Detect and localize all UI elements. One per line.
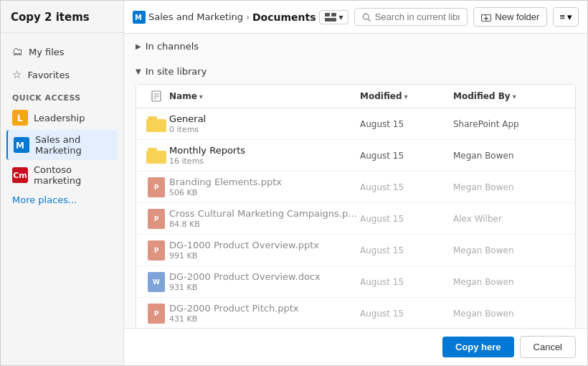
svg-rect-4 bbox=[325, 13, 330, 17]
pptx-icon: P bbox=[148, 209, 165, 229]
file-list: Name ▾ Modified ▾ Modified By ▾ General0… bbox=[136, 84, 576, 328]
table-row[interactable]: PDG-2000 Product Pitch.pptx431 KBAugust … bbox=[136, 298, 575, 328]
file-list-header: Name ▾ Modified ▾ Modified By ▾ bbox=[136, 85, 575, 108]
right-panel: M Sales and Marketing › Documents ▾ bbox=[124, 1, 587, 365]
file-icon-cell: P bbox=[143, 209, 169, 229]
file-modified: August 15 bbox=[360, 309, 453, 319]
in-site-library-label: In site library bbox=[146, 66, 207, 77]
file-modified-by: Megan Bowen bbox=[453, 245, 568, 255]
file-size: 431 KB bbox=[169, 314, 360, 324]
content-area[interactable]: ▶ In channels ▼ In site library bbox=[124, 34, 587, 328]
file-modified-by: SharePoint App bbox=[453, 119, 568, 129]
file-modified-by: Megan Bowen bbox=[453, 277, 568, 287]
file-name-cell: DG-2000 Product Overview.docx931 KB bbox=[169, 271, 360, 292]
file-icon-cell bbox=[143, 116, 169, 132]
quick-access-contoso[interactable]: Cm Contoso marketing bbox=[6, 160, 118, 190]
menu-icon: ≡ bbox=[559, 11, 565, 22]
menu-button[interactable]: ≡ ▾ bbox=[553, 7, 579, 27]
search-box[interactable] bbox=[354, 8, 468, 26]
svg-rect-5 bbox=[325, 18, 336, 22]
table-row[interactable]: PBranding Elements.pptx506 KBAugust 15Me… bbox=[136, 172, 575, 203]
col-header-name[interactable]: Name ▾ bbox=[169, 91, 360, 101]
file-size: 0 items bbox=[169, 125, 360, 134]
sales-label: Sales and Marketing bbox=[35, 134, 112, 156]
table-row[interactable]: PCross Cultural Marketing Campaigns.p...… bbox=[136, 203, 575, 235]
file-size: 506 KB bbox=[169, 188, 360, 197]
sales-icon: M bbox=[14, 137, 29, 153]
table-row[interactable]: General0 itemsAugust 15SharePoint App bbox=[136, 108, 575, 140]
file-name: Branding Elements.pptx bbox=[169, 177, 360, 187]
breadcrumb-site[interactable]: M Sales and Marketing bbox=[133, 11, 243, 24]
more-places-link[interactable]: More places... bbox=[6, 190, 118, 210]
file-modified: August 15 bbox=[360, 277, 453, 287]
nav-my-files[interactable]: 🗂 My files bbox=[6, 40, 118, 63]
quick-access-label: Quick access bbox=[6, 86, 118, 105]
cancel-button[interactable]: Cancel bbox=[520, 336, 576, 358]
file-name-cell: DG-1000 Product Overview.pptx991 KB bbox=[169, 240, 360, 261]
file-name: Cross Cultural Marketing Campaigns.p... bbox=[169, 208, 360, 219]
folder-icon bbox=[146, 148, 166, 164]
col-header-modified[interactable]: Modified ▾ bbox=[360, 91, 453, 101]
in-channels-section[interactable]: ▶ In channels bbox=[124, 34, 587, 59]
my-files-label: My files bbox=[29, 47, 65, 57]
svg-line-8 bbox=[368, 19, 370, 21]
in-channels-label: In channels bbox=[146, 41, 199, 52]
file-modified-by: Alex Wilber bbox=[453, 214, 568, 224]
file-modified: August 15 bbox=[360, 214, 453, 224]
left-panel: Copy 2 items 🗂 My files ☆ Favorites Quic… bbox=[1, 1, 124, 365]
file-name: Monthly Reports bbox=[169, 145, 360, 156]
file-icon-cell bbox=[143, 148, 169, 164]
file-size: 931 KB bbox=[169, 283, 360, 292]
contoso-icon: Cm bbox=[12, 167, 28, 183]
svg-text:M: M bbox=[135, 14, 142, 22]
file-modified: August 15 bbox=[360, 182, 453, 192]
in-site-library-section[interactable]: ▼ In site library bbox=[124, 59, 587, 84]
nav-favorites[interactable]: ☆ Favorites bbox=[6, 63, 118, 86]
svg-rect-6 bbox=[331, 13, 336, 17]
file-size: 16 items bbox=[169, 156, 360, 166]
col-icon bbox=[143, 90, 169, 102]
favorites-label: Favorites bbox=[27, 70, 70, 80]
file-name: DG-2000 Product Pitch.pptx bbox=[169, 303, 360, 314]
table-row[interactable]: Monthly Reports16 itemsAugust 15Megan Bo… bbox=[136, 140, 575, 172]
col-header-modified-by[interactable]: Modified By ▾ bbox=[453, 91, 568, 101]
file-modified: August 15 bbox=[360, 245, 453, 255]
file-icon-cell: P bbox=[143, 240, 169, 261]
svg-text:M: M bbox=[16, 141, 24, 151]
contoso-label: Contoso marketing bbox=[34, 164, 112, 186]
search-icon bbox=[362, 12, 371, 22]
file-modified-by: Megan Bowen bbox=[453, 151, 568, 161]
quick-access-sales[interactable]: M Sales and Marketing bbox=[6, 130, 118, 160]
left-nav: 🗂 My files ☆ Favorites Quick access L Le… bbox=[1, 33, 123, 217]
file-icon-cell: P bbox=[143, 304, 169, 324]
pptx-icon: P bbox=[148, 304, 165, 324]
breadcrumb: M Sales and Marketing › Documents ▾ bbox=[133, 10, 348, 24]
search-input[interactable] bbox=[375, 11, 460, 22]
table-row[interactable]: WDG-2000 Product Overview.docx931 KBAugu… bbox=[136, 266, 575, 298]
name-sort-icon: ▾ bbox=[199, 93, 203, 100]
breadcrumb-chevron-icon: › bbox=[246, 12, 250, 22]
breadcrumb-dropdown[interactable]: ▾ bbox=[319, 10, 348, 24]
file-icon-cell: W bbox=[143, 272, 169, 292]
in-channels-chevron-icon: ▶ bbox=[136, 42, 141, 50]
table-row[interactable]: PDG-1000 Product Overview.pptx991 KBAugu… bbox=[136, 235, 575, 266]
file-name-cell: General0 items bbox=[169, 113, 360, 134]
copy-here-button[interactable]: Copy here bbox=[442, 337, 514, 357]
favorites-icon: ☆ bbox=[12, 68, 22, 81]
top-bar: M Sales and Marketing › Documents ▾ bbox=[124, 1, 587, 34]
bottom-bar: Copy here Cancel bbox=[124, 328, 587, 365]
folder-icon bbox=[146, 116, 166, 132]
file-icon-cell: P bbox=[143, 177, 169, 197]
modified-by-sort-icon: ▾ bbox=[513, 93, 516, 100]
file-rows: General0 itemsAugust 15SharePoint AppMon… bbox=[136, 108, 575, 328]
file-size: 991 KB bbox=[169, 251, 360, 261]
site-name: Sales and Marketing bbox=[148, 11, 243, 22]
file-name: General bbox=[169, 113, 360, 124]
pptx-icon: P bbox=[148, 177, 165, 197]
menu-chevron: ▾ bbox=[567, 11, 572, 22]
quick-access-leadership[interactable]: L Leadership bbox=[6, 105, 118, 130]
file-modified-by: Megan Bowen bbox=[453, 182, 568, 192]
file-name: DG-2000 Product Overview.docx bbox=[169, 271, 360, 282]
new-folder-button[interactable]: New folder bbox=[473, 7, 547, 27]
file-name-cell: Monthly Reports16 items bbox=[169, 145, 360, 166]
